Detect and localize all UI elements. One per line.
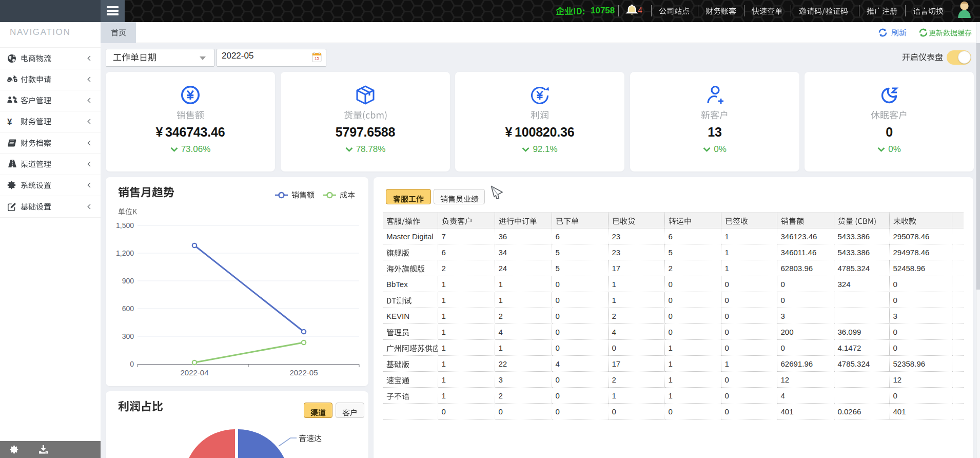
svg-text:900: 900 [122, 277, 134, 285]
svg-text:600: 600 [122, 304, 134, 313]
svg-text:0: 0 [130, 360, 134, 368]
svg-text:2022-04: 2022-04 [180, 368, 208, 377]
svg-text:300: 300 [122, 332, 134, 340]
svg-text:2022-05: 2022-05 [289, 368, 318, 377]
svg-text:1,200: 1,200 [116, 249, 134, 257]
svg-text:1,500: 1,500 [116, 221, 134, 230]
svg-text:15: 15 [315, 56, 319, 61]
